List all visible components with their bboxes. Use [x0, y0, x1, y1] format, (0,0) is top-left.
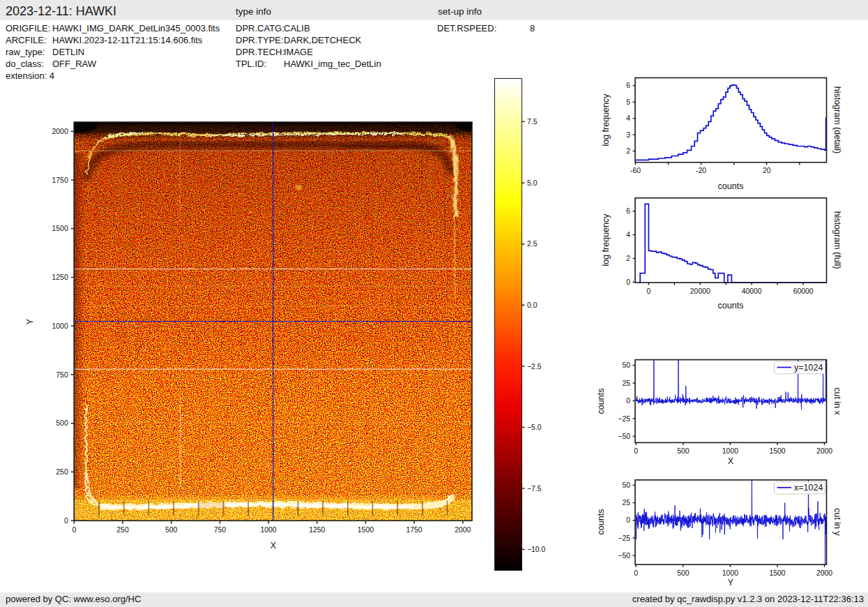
svg-text:1500: 1500	[769, 569, 785, 577]
svg-text:1250: 1250	[309, 526, 325, 534]
svg-text:−5.0: −5.0	[527, 424, 542, 431]
svg-text:2000: 2000	[816, 569, 832, 577]
svg-text:25: 25	[622, 380, 630, 387]
svg-text:-20: -20	[696, 167, 706, 174]
svg-text:2.5: 2.5	[527, 240, 538, 248]
svg-text:Y: Y	[25, 318, 35, 324]
svg-text:250: 250	[56, 468, 68, 476]
svg-text:250: 250	[116, 526, 129, 534]
svg-text:50: 50	[622, 361, 630, 369]
svg-text:0: 0	[64, 517, 68, 525]
svg-text:Y: Y	[728, 578, 734, 587]
svg-text:counts: counts	[718, 181, 744, 191]
svg-text:counts: counts	[596, 509, 606, 535]
svg-text:-60: -60	[630, 167, 641, 174]
svg-text:6: 6	[626, 82, 630, 89]
svg-text:log frequency: log frequency	[601, 213, 611, 267]
svg-text:0: 0	[647, 287, 651, 295]
svg-text:6: 6	[626, 207, 630, 215]
svg-text:4: 4	[626, 231, 630, 239]
svg-text:cut in x: cut in x	[832, 387, 842, 415]
svg-text:1000: 1000	[722, 447, 738, 455]
svg-text:500: 500	[165, 526, 178, 534]
svg-text:500: 500	[56, 419, 68, 427]
svg-text:1000: 1000	[52, 322, 68, 330]
svg-text:0: 0	[634, 447, 638, 455]
svg-text:500: 500	[677, 447, 690, 455]
svg-text:2: 2	[626, 147, 630, 155]
svg-text:750: 750	[214, 526, 227, 534]
svg-text:1750: 1750	[406, 526, 422, 534]
svg-text:0: 0	[72, 526, 76, 534]
svg-text:2000: 2000	[816, 447, 832, 455]
svg-text:60000: 60000	[793, 287, 814, 295]
svg-text:cut in y: cut in y	[832, 508, 842, 536]
svg-text:log frequency: log frequency	[601, 93, 611, 147]
svg-text:−10.0: −10.0	[527, 546, 546, 553]
svg-text:1000: 1000	[261, 526, 277, 534]
svg-text:1500: 1500	[358, 526, 374, 534]
svg-text:2000: 2000	[52, 128, 68, 135]
svg-text:40000: 40000	[742, 287, 762, 295]
svg-text:−7.5: −7.5	[527, 485, 542, 493]
svg-text:1000: 1000	[722, 569, 738, 577]
svg-text:1500: 1500	[769, 447, 785, 455]
svg-text:2000: 2000	[455, 526, 471, 534]
svg-text:1750: 1750	[52, 177, 68, 184]
svg-text:−25: −25	[618, 534, 630, 542]
svg-text:−50: −50	[618, 433, 630, 440]
svg-text:counts: counts	[596, 389, 606, 414]
svg-text:0: 0	[626, 516, 630, 524]
svg-text:histogram (full): histogram (full)	[832, 211, 842, 269]
svg-text:y=1024: y=1024	[794, 363, 823, 373]
svg-text:4: 4	[626, 114, 630, 122]
svg-text:7.5: 7.5	[527, 118, 538, 126]
svg-text:−25: −25	[618, 415, 630, 423]
svg-text:−50: −50	[618, 552, 630, 560]
svg-text:x=1024: x=1024	[794, 483, 823, 493]
svg-text:0: 0	[634, 569, 638, 577]
svg-text:5.0: 5.0	[527, 179, 538, 187]
svg-text:5: 5	[626, 98, 630, 106]
svg-text:counts: counts	[718, 301, 744, 310]
svg-text:X: X	[728, 456, 734, 466]
svg-text:1250: 1250	[52, 273, 68, 281]
svg-text:20000: 20000	[690, 287, 710, 295]
svg-text:750: 750	[56, 371, 68, 379]
svg-text:0: 0	[626, 278, 630, 286]
svg-text:histogram (detail): histogram (detail)	[832, 87, 842, 154]
svg-text:1500: 1500	[52, 225, 68, 232]
svg-text:50: 50	[622, 481, 630, 489]
svg-text:0: 0	[626, 397, 630, 405]
svg-text:25: 25	[622, 499, 630, 507]
svg-text:500: 500	[677, 569, 690, 577]
svg-text:20: 20	[763, 167, 771, 174]
svg-text:0.0: 0.0	[527, 301, 538, 309]
svg-text:2: 2	[626, 255, 630, 262]
svg-text:−2.5: −2.5	[527, 363, 542, 370]
svg-text:3: 3	[626, 131, 630, 139]
svg-text:X: X	[271, 541, 277, 550]
